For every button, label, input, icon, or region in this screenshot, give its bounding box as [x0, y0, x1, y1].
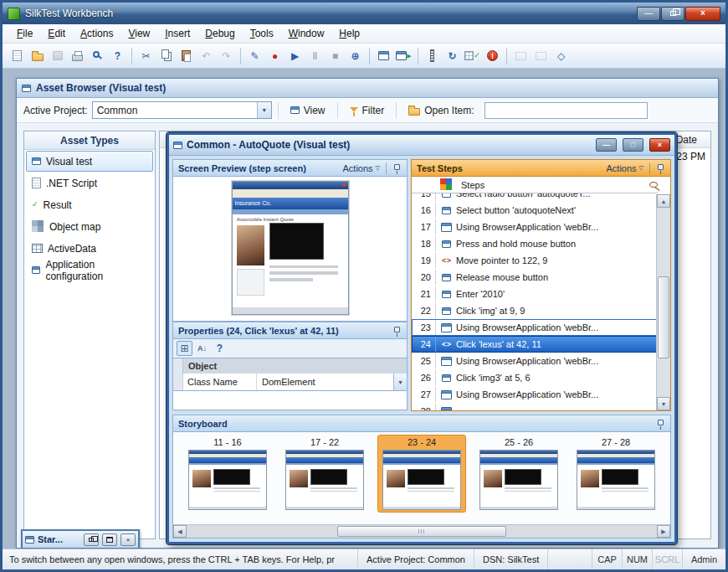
test-step-row[interactable]: 19 < > Move pointer to 122, 9 — [412, 252, 658, 269]
close-button[interactable]: × — [685, 7, 720, 21]
screen-preview-actions-button[interactable]: Actions ▽ — [343, 163, 380, 173]
pin-icon[interactable] — [658, 164, 664, 170]
storyboard-item[interactable]: 17 - 22 — [280, 435, 369, 513]
mini-close-button[interactable]: × — [120, 533, 136, 546]
storyboard-scrollbar[interactable]: ◀ ▶ — [173, 524, 670, 538]
find-button[interactable] — [88, 46, 107, 65]
save-button[interactable] — [48, 46, 67, 65]
ruler-tool-button[interactable] — [423, 46, 442, 65]
mini-restore-button[interactable] — [84, 533, 99, 546]
open-button[interactable] — [28, 46, 47, 65]
steps-column-header[interactable]: Steps — [412, 177, 658, 193]
scrollbar-thumb[interactable] — [658, 276, 669, 358]
scrollbar-thumb[interactable] — [337, 526, 506, 537]
new-window-button[interactable] — [374, 46, 393, 65]
scroll-right-button[interactable]: ▶ — [657, 525, 670, 538]
layout-vertical-button[interactable] — [531, 46, 551, 65]
asset-type-activedata[interactable]: ActiveData — [26, 238, 153, 259]
test-step-row[interactable]: 22 Click 'img' at 9, 9 — [412, 302, 658, 319]
play-button[interactable]: ▶ — [285, 46, 305, 65]
storyboard-item[interactable]: 27 - 28 — [572, 435, 660, 513]
pen-icon: ✎ — [250, 51, 259, 61]
asset-type-object-map[interactable]: Object map — [26, 216, 153, 237]
menu-debug[interactable]: Debug — [197, 25, 242, 42]
test-step-row[interactable]: 27 Using BrowserApplication 'webBr... — [412, 386, 658, 403]
undo-button[interactable]: ↶ — [197, 46, 216, 65]
minimize-button[interactable]: — — [637, 7, 660, 21]
scrollbar-track[interactable] — [187, 525, 657, 538]
verify-button[interactable]: ✓ — [463, 46, 482, 65]
stop-button[interactable]: ■ — [326, 46, 345, 65]
asset-type-app-configuration[interactable]: Application configuration — [26, 260, 153, 281]
menu-edit[interactable]: Edit — [40, 25, 73, 42]
storyboard-item[interactable]: 25 - 26 — [474, 435, 563, 513]
open-item-button[interactable]: Open Item: — [402, 103, 479, 118]
menu-help[interactable]: Help — [331, 25, 367, 42]
export-window-button[interactable]: ▶ — [394, 46, 413, 65]
property-help-button[interactable]: ? — [212, 341, 228, 356]
test-step-row[interactable]: 28 — [412, 403, 658, 410]
print-button[interactable] — [68, 46, 87, 65]
record-button[interactable]: ● — [265, 46, 285, 65]
scroll-down-button[interactable]: ▼ — [657, 397, 670, 410]
property-value-dropdown[interactable]: ▼ — [393, 374, 407, 390]
test-step-row[interactable]: 15 Select radio button 'autoquoteT... — [412, 193, 658, 202]
edit-script-button[interactable]: ✎ — [245, 46, 264, 65]
help-button[interactable]: ? — [108, 46, 127, 65]
open-item-input[interactable] — [484, 102, 648, 119]
test-step-row-selected[interactable]: 24 < > Click 'lexus' at 42, 11 — [412, 336, 658, 353]
redo-button[interactable]: ↷ — [217, 46, 236, 65]
test-steps-actions-button[interactable]: Actions ▽ — [607, 163, 643, 173]
error-button[interactable]: ! — [483, 46, 502, 65]
menu-file[interactable]: File — [9, 25, 40, 42]
asset-type-visual-test[interactable]: Visual test — [26, 151, 153, 172]
asset-type-net-script[interactable]: .NET Script — [26, 173, 153, 193]
copy-button[interactable] — [156, 46, 176, 65]
menu-tools[interactable]: Tools — [243, 25, 281, 42]
paste-button[interactable] — [177, 46, 196, 65]
property-row[interactable]: Class Name DomElement ▼ — [172, 374, 408, 391]
sync-button[interactable]: ↻ — [443, 46, 462, 65]
test-step-row[interactable]: 21 Enter '2010' — [412, 286, 658, 302]
pause-button[interactable]: ‖ — [305, 46, 325, 65]
menu-view[interactable]: View — [120, 25, 157, 42]
scroll-up-button[interactable]: ▲ — [657, 194, 670, 208]
test-step-row[interactable]: 16 Select button 'autoquoteNext' — [412, 202, 658, 219]
combo-arrow-button[interactable]: ▼ — [257, 102, 271, 118]
doc-maximize-button[interactable]: □ — [623, 138, 643, 152]
doc-close-button[interactable]: × — [649, 138, 670, 152]
menu-insert[interactable]: Insert — [157, 25, 197, 42]
asset-type-result[interactable]: ✓ Result — [26, 194, 153, 215]
new-button[interactable] — [8, 46, 27, 65]
filter-button[interactable]: Filter — [344, 103, 391, 118]
menu-actions[interactable]: Actions — [73, 25, 120, 42]
scroll-left-button[interactable]: ◀ — [173, 525, 187, 538]
storyboard-item-selected[interactable]: 23 - 24 — [377, 435, 466, 513]
menu-window[interactable]: Window — [281, 25, 332, 42]
alphabetical-button[interactable]: A↓ — [194, 341, 210, 356]
pin-icon[interactable] — [394, 164, 400, 170]
pin-icon[interactable] — [658, 420, 664, 425]
test-steps-scrollbar[interactable]: ▲ ▼ — [656, 194, 670, 410]
layout-horizontal-button[interactable] — [511, 46, 531, 65]
test-step-row[interactable]: 17 Using BrowserApplication 'webBr... — [412, 219, 658, 235]
identify-object-button[interactable]: ⊕ — [346, 46, 365, 65]
web-page-thumbnail[interactable]: Insurance Co. Automobile Instant Quote — [232, 181, 349, 315]
test-step-row[interactable]: 23 Using BrowserApplication 'webBr... — [412, 319, 658, 336]
cut-button[interactable]: ✂ — [136, 46, 156, 65]
categorized-button[interactable]: ⊞ — [177, 341, 192, 356]
lasso-icon[interactable] — [649, 182, 658, 188]
active-project-combobox[interactable]: Common ▼ — [92, 101, 272, 119]
storyboard-item[interactable]: 11 - 16 — [183, 435, 272, 513]
mini-maximize-button[interactable] — [102, 533, 117, 546]
pin-icon[interactable] — [394, 327, 400, 332]
property-category-row[interactable]: Object — [172, 358, 408, 374]
diamond-tool-button[interactable]: ◇ — [551, 46, 571, 65]
view-button[interactable]: View — [285, 103, 331, 118]
restore-button[interactable] — [661, 7, 684, 21]
test-step-row[interactable]: 25 Using BrowserApplication 'webBr... — [412, 353, 658, 369]
test-step-row[interactable]: 18 Press and hold mouse button — [412, 235, 658, 252]
doc-minimize-button[interactable]: — — [596, 138, 617, 152]
test-step-row[interactable]: 20 Release mouse button — [412, 269, 658, 286]
test-step-row[interactable]: 26 Click 'img3' at 5, 6 — [412, 369, 658, 386]
